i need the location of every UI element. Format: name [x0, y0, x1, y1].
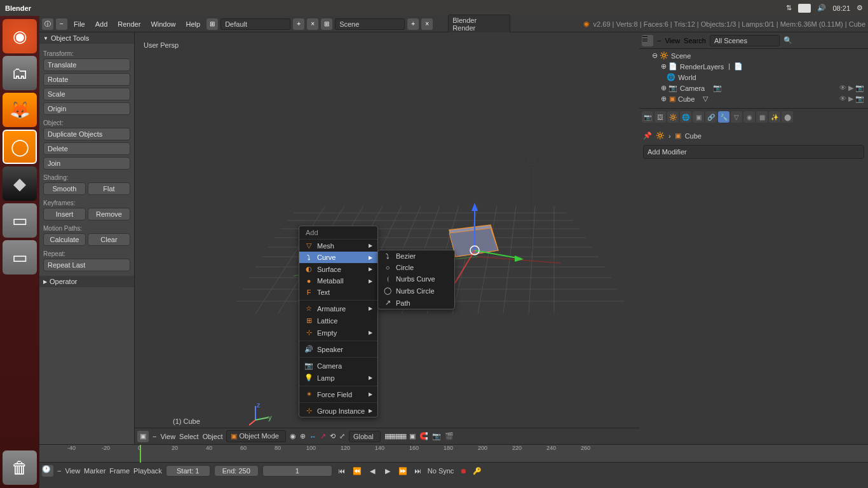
- delete-button[interactable]: Delete: [43, 142, 130, 155]
- auto-keyframe-icon[interactable]: ⏺: [458, 465, 469, 477]
- outliner-collapse-icon[interactable]: −: [657, 37, 661, 44]
- keyframe-prev-icon[interactable]: ⏪: [351, 465, 363, 477]
- keyframe-next-icon[interactable]: ⏩: [397, 465, 409, 477]
- object-tools-header[interactable]: Object Tools: [39, 32, 134, 44]
- end-frame-field[interactable]: End: 250: [214, 465, 259, 477]
- add-lattice[interactable]: ⊞Lattice: [299, 315, 377, 327]
- smooth-button[interactable]: Smooth: [43, 182, 86, 195]
- scene-add-icon[interactable]: +: [407, 18, 419, 30]
- tree-renderlayers[interactable]: ⊕ 📄 RenderLayers | 📄: [639, 61, 868, 72]
- scale-button[interactable]: Scale: [43, 88, 130, 100]
- timeline-frame-menu[interactable]: Frame: [109, 467, 130, 475]
- operator-header[interactable]: Operator: [39, 276, 134, 287]
- add-text[interactable]: FText: [299, 287, 377, 298]
- current-frame-field[interactable]: 1: [262, 465, 332, 477]
- translate-button[interactable]: Translate: [43, 58, 130, 71]
- trash-icon[interactable]: 🗑: [3, 451, 37, 485]
- add-armature[interactable]: ☆Armature▶: [299, 302, 377, 315]
- prop-tab-material[interactable]: ◉: [743, 111, 755, 123]
- add-modifier-dropdown[interactable]: Add Modifier: [643, 145, 864, 159]
- menu-file[interactable]: File: [70, 19, 89, 29]
- add-curve[interactable]: ⤵Curve▶: [299, 252, 377, 263]
- clear-button[interactable]: Clear: [88, 233, 130, 246]
- sync-dropdown[interactable]: No Sync: [428, 467, 454, 475]
- curve-bezier[interactable]: ⤵Bezier: [378, 250, 454, 262]
- sound-icon[interactable]: 🔊: [817, 4, 826, 12]
- manipulator-scale-icon[interactable]: ⤢: [339, 432, 345, 440]
- menu-window[interactable]: Window: [147, 19, 179, 29]
- menu-help[interactable]: Help: [182, 19, 205, 29]
- outliner-search-menu[interactable]: Search: [684, 37, 706, 44]
- tree-camera[interactable]: ⊕ 📷 Camera 📷👁 ▶ 📷: [639, 83, 868, 93]
- jump-end-icon[interactable]: ⏭: [412, 465, 424, 477]
- snap-icon[interactable]: 🧲: [419, 432, 428, 440]
- start-frame-field[interactable]: Start: 1: [166, 465, 210, 477]
- blender-icon[interactable]: ◯: [3, 130, 37, 164]
- add-forcefield[interactable]: ✴Force Field▶: [299, 388, 377, 400]
- tree-scene[interactable]: ⊖ 🔆 Scene: [639, 50, 868, 61]
- duplicate-button[interactable]: Duplicate Objects: [43, 128, 130, 140]
- timeline-marker-menu[interactable]: Marker: [84, 467, 105, 475]
- layout-dropdown[interactable]: Default: [220, 18, 290, 30]
- jump-start-icon[interactable]: ⏮: [336, 465, 348, 477]
- origin-button[interactable]: Origin: [43, 102, 130, 115]
- editor-type-icon[interactable]: ⓘ: [42, 18, 53, 30]
- layout-browse-icon[interactable]: ⊞: [207, 18, 218, 30]
- insert-button[interactable]: Insert: [43, 208, 86, 220]
- menu-add[interactable]: Add: [92, 19, 112, 29]
- add-camera[interactable]: 📷Camera: [299, 360, 377, 372]
- add-metaball[interactable]: ●Metaball▶: [299, 275, 377, 287]
- scene-browse-icon[interactable]: ⊞: [321, 18, 332, 30]
- viewport-object-menu[interactable]: Object: [203, 433, 223, 440]
- add-mesh[interactable]: ▽Mesh▶: [299, 240, 377, 252]
- orientation-dropdown[interactable]: Global: [349, 431, 381, 442]
- render-anim-icon[interactable]: 🎬: [445, 432, 454, 440]
- pin-icon[interactable]: 📌: [643, 132, 652, 140]
- scene-dropdown[interactable]: Scene: [335, 18, 405, 30]
- engine-dropdown[interactable]: Blender Render: [448, 15, 510, 34]
- remove-button[interactable]: Remove: [88, 208, 130, 220]
- prop-tab-object[interactable]: ▣: [693, 111, 704, 123]
- prop-tab-scene[interactable]: 🔆: [667, 111, 679, 123]
- play-forward-icon[interactable]: ▶: [382, 465, 393, 477]
- prop-tab-modifiers[interactable]: 🔧: [718, 111, 729, 123]
- manipulator-icon[interactable]: ↔: [309, 433, 316, 440]
- pivot-icon[interactable]: ⊕: [300, 432, 306, 440]
- prop-tab-texture[interactable]: ▦: [756, 111, 768, 123]
- prop-tab-render[interactable]: 📷: [642, 111, 653, 123]
- gear-icon[interactable]: ⚙: [857, 4, 863, 12]
- calculate-button[interactable]: Calculate: [43, 233, 86, 246]
- prop-tab-world[interactable]: 🌐: [680, 111, 691, 123]
- viewport-collapse-icon[interactable]: −: [153, 433, 156, 440]
- tree-cube[interactable]: ⊕ ▣ Cube ▽👁 ▶ 📷: [639, 93, 868, 104]
- outliner-view-menu[interactable]: View: [665, 37, 680, 44]
- timeline-playback-menu[interactable]: Playback: [133, 467, 162, 475]
- add-empty[interactable]: ⊹Empty▶: [299, 327, 377, 339]
- layout-del-icon[interactable]: ×: [307, 18, 318, 30]
- disk1-icon[interactable]: ▭: [3, 203, 37, 238]
- keying-set-icon[interactable]: 🔑: [473, 467, 482, 475]
- prop-tab-data[interactable]: ▽: [731, 111, 742, 123]
- prop-tab-constraints[interactable]: 🔗: [705, 111, 717, 123]
- network-icon[interactable]: ⇅: [786, 4, 792, 12]
- viewport-select-menu[interactable]: Select: [179, 433, 199, 440]
- collapse-icon[interactable]: −: [56, 18, 67, 30]
- repeat-last-button[interactable]: Repeat Last: [43, 259, 130, 271]
- scene-del-icon[interactable]: ×: [421, 18, 433, 30]
- tree-world[interactable]: 🌐 World: [639, 72, 868, 83]
- inkscape-icon[interactable]: ◆: [3, 166, 37, 201]
- firefox-icon[interactable]: 🦊: [3, 93, 37, 127]
- prop-tab-layers[interactable]: 🖼: [654, 111, 666, 123]
- manipulator-translate-icon[interactable]: ↗: [320, 432, 326, 440]
- menu-render[interactable]: Render: [114, 19, 144, 29]
- mode-dropdown[interactable]: ▣ Object Mode: [226, 430, 285, 442]
- prop-tab-physics[interactable]: ⬤: [782, 111, 793, 123]
- timeline-view-menu[interactable]: View: [65, 467, 80, 475]
- ubuntu-dash-icon[interactable]: ◉: [3, 19, 37, 53]
- rotate-button[interactable]: Rotate: [43, 73, 130, 86]
- timeline-collapse-icon[interactable]: −: [57, 467, 61, 475]
- layout-add-icon[interactable]: +: [293, 18, 304, 30]
- disk2-icon[interactable]: ▭: [3, 240, 37, 274]
- curve-nurbs-circle[interactable]: ◯Nurbs Circle: [378, 285, 454, 297]
- add-group-instance[interactable]: ⊹Group Instance▶: [299, 405, 377, 417]
